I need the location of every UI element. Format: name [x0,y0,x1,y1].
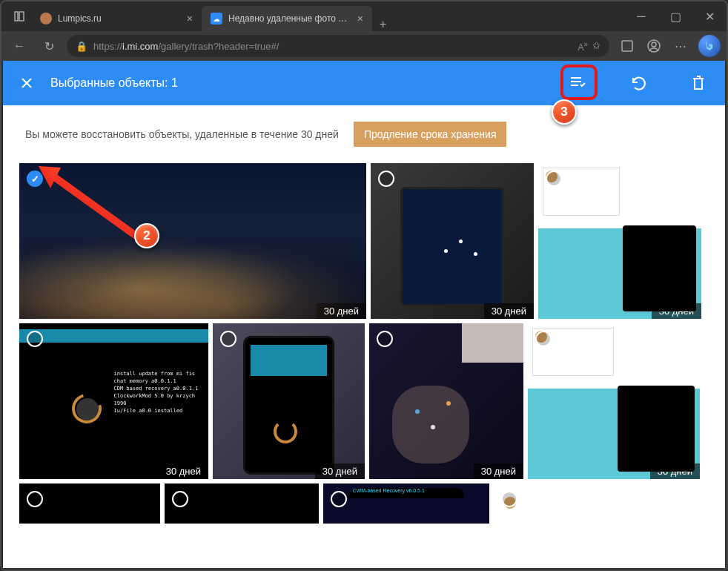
photo-thumbnail[interactable]: 30 дней [528,323,700,479]
selection-checkmark-icon[interactable] [501,491,517,507]
tab-strip: Lumpics.ru × ☁ Недавно удаленные фото и … [31,1,394,31]
extend-storage-button[interactable]: Продление срока хранения [354,122,507,147]
favorite-icon[interactable]: ✩ [592,40,600,53]
days-remaining-label: 30 дней [315,463,365,479]
svg-point-4 [652,42,656,47]
gallery-row-1: 30 дней 30 дней 30 дней [3,163,725,319]
select-all-button[interactable] [565,71,589,95]
close-icon[interactable]: × [187,13,193,24]
lock-icon: 🔒 [76,41,87,52]
tab-actions-icon[interactable] [7,4,31,28]
annotation-badge-3: 3 [552,99,577,125]
days-remaining-label: 30 дней [652,303,701,319]
maximize-button[interactable]: ▢ [658,1,692,31]
photo-thumbnail[interactable] [165,483,319,524]
tab-label: Недавно удаленные фото и вид [228,13,351,24]
photo-thumbnail[interactable] [494,483,701,524]
url-text: https://i.mi.com/gallery/trash?header=tr… [93,41,279,52]
restore-button[interactable] [626,71,649,95]
days-remaining-label: 30 дней [484,303,534,319]
selection-checkmark-icon[interactable] [172,491,188,507]
svg-rect-0 [15,12,18,21]
selection-checkmark-icon[interactable] [331,491,347,507]
svg-rect-1 [19,12,24,21]
photo-thumbnail[interactable]: install update from mi fischat memory a0… [19,323,208,479]
days-remaining-label: 30 дней [474,463,523,479]
cancel-selection-button[interactable] [18,74,36,92]
selection-checkmark-icon[interactable] [27,331,43,347]
svg-rect-2 [622,41,632,51]
tab-lumpics[interactable]: Lumpics.ru × [31,6,202,31]
close-icon[interactable]: × [357,13,363,24]
info-bar: Вы можете восстановить объекты, удаленны… [3,105,725,163]
profile-icon[interactable] [642,34,666,58]
selection-checkmark-icon[interactable] [27,491,43,507]
annotation-badge-2: 2 [134,223,159,248]
delete-button[interactable] [686,71,710,95]
cloud-favicon-icon: ☁ [211,13,222,24]
tab-label: Lumpics.ru [58,13,181,24]
selection-checkmark-icon[interactable] [378,171,394,187]
lumpics-favicon-icon [40,13,52,24]
photo-thumbnail[interactable] [19,483,160,524]
selection-header: Выбранные объекты: 1 [3,61,725,105]
selection-checkmark-icon[interactable] [220,331,236,347]
days-remaining-label: 30 дней [317,303,366,319]
selection-checkmark-icon[interactable] [546,171,562,187]
photo-thumbnail[interactable]: 30 дней [369,323,523,479]
extensions-icon[interactable] [615,34,639,58]
close-window-button[interactable]: ✕ [692,1,727,31]
address-bar-row: ← ↻ 🔒 https://i.mi.com/gallery/trash?hea… [1,31,727,61]
gallery-row-3: CWM-based Recovery v6.0.5.1 [3,483,725,524]
info-text: Вы можете восстановить объекты, удаленны… [25,128,339,140]
days-remaining-label: 30 дней [650,463,700,479]
window-controls: ─ ▢ ✕ [624,1,727,31]
photo-thumbnail[interactable]: 30 дней [19,163,366,319]
photo-thumbnail[interactable]: CWM-based Recovery v6.0.5.1 [323,483,489,524]
back-button[interactable]: ← [7,34,31,58]
tab-mi-cloud[interactable]: ☁ Недавно удаленные фото и вид × [202,6,372,31]
refresh-button[interactable]: ↻ [37,34,61,58]
browser-titlebar: Lumpics.ru × ☁ Недавно удаленные фото и … [1,1,727,31]
bing-chat-icon[interactable] [698,35,721,57]
reader-icon[interactable]: A» [578,40,588,53]
selection-checkmark-icon[interactable] [377,331,393,347]
selection-checkmark-icon[interactable] [535,331,552,347]
photo-thumbnail[interactable]: 30 дней [371,163,534,319]
new-tab-button[interactable]: + [372,18,394,31]
page-content: Выбранные объекты: 1 Вы можете восстанов… [3,61,725,568]
minimize-button[interactable]: ─ [624,1,658,31]
address-bar[interactable]: 🔒 https://i.mi.com/gallery/trash?header=… [67,35,609,57]
selection-title: Выбранные объекты: 1 [50,76,178,90]
gallery-row-2: install update from mi fischat memory a0… [3,323,725,479]
menu-icon[interactable]: ⋯ [669,34,692,58]
days-remaining-label: 30 дней [159,463,208,479]
photo-thumbnail[interactable]: 30 дней [538,163,701,319]
selection-checkmark-icon[interactable] [27,171,43,187]
photo-thumbnail[interactable]: 30 дней [213,323,365,479]
